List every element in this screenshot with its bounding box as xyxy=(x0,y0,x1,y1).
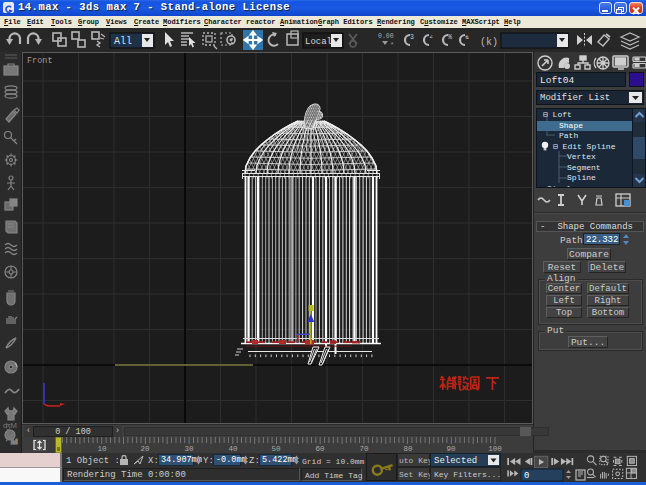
svg-text:M: M xyxy=(10,438,16,447)
svg-text:0.00: 0.00 xyxy=(378,33,394,40)
svg-text:(k): (k) xyxy=(480,37,498,48)
svg-text:⇅: ⇅ xyxy=(465,34,469,41)
svg-text:100: 100 xyxy=(488,445,502,453)
svg-text:80: 80 xyxy=(403,445,413,453)
svg-text:All: All xyxy=(114,36,132,47)
svg-text:∠: ∠ xyxy=(429,34,433,41)
svg-text:Front: Front xyxy=(27,56,53,66)
svg-text:90: 90 xyxy=(446,445,456,453)
svg-text:50: 50 xyxy=(271,445,281,453)
svg-text:%: % xyxy=(448,34,452,41)
svg-text:30: 30 xyxy=(184,445,194,453)
svg-text:60: 60 xyxy=(315,445,325,453)
svg-text:Local: Local xyxy=(305,37,332,47)
svg-text:*: * xyxy=(390,41,394,49)
svg-text:ʤM: ʤM xyxy=(3,421,17,430)
svg-text:40: 40 xyxy=(228,445,238,453)
svg-text:0: 0 xyxy=(524,471,529,481)
svg-text:70: 70 xyxy=(359,445,369,453)
svg-text:3: 3 xyxy=(410,34,414,41)
svg-text:20: 20 xyxy=(140,445,150,453)
svg-text:10: 10 xyxy=(97,445,107,453)
